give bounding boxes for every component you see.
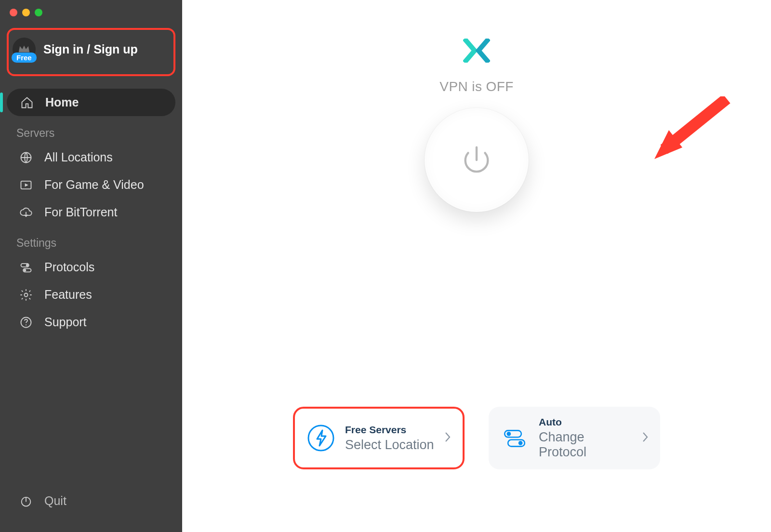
power-icon — [460, 143, 493, 177]
card-big-label: Change Protocol — [539, 430, 632, 460]
card-text: Auto Change Protocol — [539, 416, 632, 460]
sidebar-item-label: For BitTorrent — [44, 205, 117, 219]
power-button-wrap — [425, 108, 529, 212]
section-header-servers: Servers — [0, 116, 182, 144]
change-protocol-card[interactable]: Auto Change Protocol — [489, 407, 660, 469]
svg-point-11 — [308, 426, 333, 451]
sidebar-item-home[interactable]: Home — [7, 89, 175, 116]
x-logo-icon — [463, 39, 490, 63]
sidebar-item-bittorrent[interactable]: For BitTorrent — [0, 199, 182, 226]
select-location-card[interactable]: Free Servers Select Location — [293, 407, 465, 469]
lightning-circle-icon — [306, 424, 335, 452]
card-text: Free Servers Select Location — [345, 424, 435, 452]
sidebar-item-label: Protocols — [44, 260, 94, 274]
sidebar-item-support[interactable]: Support — [0, 308, 182, 336]
svg-point-8 — [26, 324, 27, 325]
card-small-label: Auto — [539, 416, 632, 428]
sidebar-item-features[interactable]: Features — [0, 281, 182, 308]
switches-icon — [500, 424, 529, 452]
home-icon — [20, 96, 34, 109]
sidebar-item-protocols[interactable]: Protocols — [0, 253, 182, 281]
svg-point-13 — [507, 432, 511, 436]
sidebar-item-game-video[interactable]: For Game & Video — [0, 171, 182, 199]
close-window-button[interactable] — [10, 9, 17, 16]
sidebar-item-quit[interactable]: Quit — [0, 482, 182, 532]
sidebar-item-label: Home — [45, 95, 79, 109]
play-icon — [19, 178, 33, 192]
chevron-right-icon — [444, 431, 451, 445]
window-controls — [0, 0, 182, 16]
signin-button[interactable]: Free Sign in / Sign up — [13, 38, 138, 61]
cloud-download-icon — [19, 206, 33, 219]
svg-point-3 — [26, 264, 28, 266]
sidebar-item-label: Support — [44, 315, 87, 329]
gear-icon — [19, 288, 33, 302]
card-big-label: Select Location — [345, 438, 435, 452]
signin-label: Sign in / Sign up — [43, 42, 138, 56]
main-panel: VPN is OFF Free Servers Select Location — [182, 0, 771, 532]
free-badge: Free — [12, 53, 37, 63]
globe-icon — [19, 151, 33, 164]
svg-point-5 — [24, 269, 26, 271]
svg-point-15 — [518, 441, 523, 445]
vpn-status-text: VPN is OFF — [439, 79, 513, 94]
minimize-window-button[interactable] — [22, 9, 30, 16]
fullscreen-window-button[interactable] — [35, 9, 42, 16]
connect-button[interactable] — [425, 108, 529, 212]
svg-point-6 — [25, 293, 28, 296]
bottom-cards: Free Servers Select Location Auto Change… — [293, 407, 660, 469]
sidebar-item-label: Quit — [44, 494, 66, 508]
sidebar-item-label: Features — [44, 288, 92, 302]
card-small-label: Free Servers — [345, 424, 435, 436]
section-header-settings: Settings — [0, 226, 182, 253]
signin-highlight-box: Free Sign in / Sign up — [7, 28, 175, 76]
sidebar-item-label: All Locations — [44, 150, 113, 164]
help-icon — [19, 316, 33, 329]
sidebar-item-all-locations[interactable]: All Locations — [0, 144, 182, 171]
account-avatar: Free — [13, 38, 36, 61]
nav: Home Servers All Locations For Game & Vi… — [0, 89, 182, 336]
toggles-icon — [19, 261, 33, 274]
sidebar-item-label: For Game & Video — [44, 178, 144, 192]
chevron-right-icon — [642, 431, 649, 445]
sidebar: Free Sign in / Sign up Home Servers All … — [0, 0, 182, 532]
app-logo — [463, 39, 490, 65]
power-icon — [19, 494, 33, 508]
arrow-annotation — [654, 96, 731, 169]
